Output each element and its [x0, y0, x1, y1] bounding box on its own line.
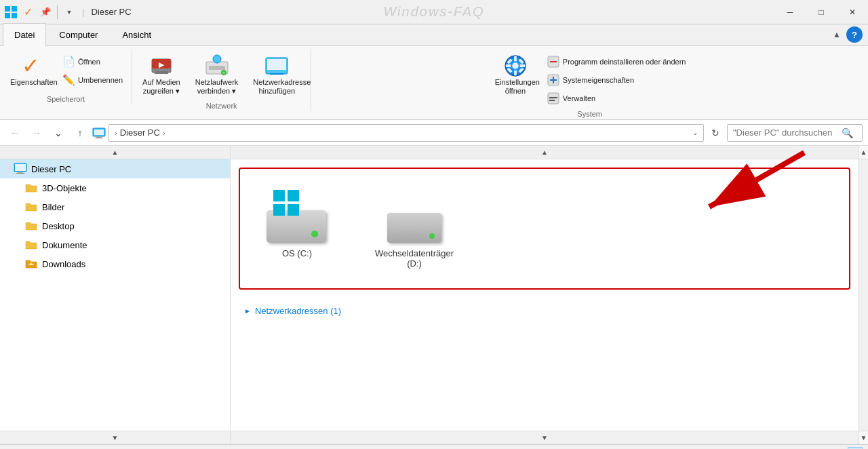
ribbon-tabs: Datei Computer Ansicht ▲ ? — [0, 24, 868, 46]
search-icon[interactable]: 🔍 — [842, 128, 853, 138]
c-drive-label: OS (C:) — [282, 248, 312, 258]
dieser-pc-label: Dieser PC — [31, 164, 71, 174]
sidebar-item-3d-objekte[interactable]: 3D-Objekte — [0, 178, 230, 197]
deinstallieren-button[interactable]: Programm deinstallieren oder ändern — [543, 53, 690, 71]
right-scroll-down[interactable]: ▼ — [859, 431, 868, 444]
address-dropdown[interactable]: ⌄ — [692, 129, 698, 136]
system-label: System — [577, 107, 602, 118]
c-drive-item[interactable]: OS (C:) — [260, 182, 334, 275]
sidebar-item-bilder[interactable]: Bilder — [0, 197, 230, 216]
svg-rect-2 — [5, 13, 10, 18]
sidebar-item-downloads[interactable]: Downloads — [0, 254, 230, 273]
qat-checkmark-btn[interactable]: ✓ — [20, 5, 35, 20]
search-input[interactable] — [733, 128, 842, 138]
folder-3d-icon — [24, 181, 38, 195]
ribbon-group-netzwerk: ▶ Auf Medienzugreifen ▾ + — [132, 49, 311, 111]
nav-bar: ← → ⌄ ↑ › Dieser PC › ⌄ ↻ 🔍 — [0, 120, 868, 146]
ribbon-collapse-btn[interactable]: ▲ — [830, 28, 844, 41]
right-scroll-up[interactable]: ▲ — [859, 146, 868, 159]
refresh-button[interactable]: ↻ — [707, 124, 724, 142]
view-buttons: ☰ ⊞ — [831, 447, 863, 450]
svg-rect-40 — [15, 164, 26, 171]
minimize-button[interactable]: ─ — [774, 0, 806, 24]
bilder-label: Bilder — [42, 202, 64, 212]
folder-bilder-icon — [24, 200, 38, 214]
sidebar-item-dieser-pc[interactable]: Dieser PC — [0, 159, 230, 178]
search-bar[interactable]: 🔍 — [727, 124, 863, 142]
address-separator-2: › — [163, 129, 165, 137]
forward-button: → — [27, 123, 46, 142]
list-view-button[interactable]: ☰ — [831, 447, 846, 450]
umbenennen-button[interactable]: ✏️ Umbenennen — [58, 71, 126, 89]
svg-point-9 — [213, 55, 221, 63]
network-header[interactable]: ► Netzwerkadressen (1) — [239, 303, 850, 319]
svg-rect-21 — [506, 64, 511, 67]
oeffnen-button[interactable]: 📄 Öffnen — [58, 53, 126, 71]
folder-downloads-icon — [24, 257, 38, 271]
speicherort-label: Speicherort — [47, 92, 85, 103]
svg-rect-42 — [16, 173, 24, 174]
sidebar-scroll-up[interactable]: ▲ — [0, 146, 230, 159]
netzwerkadresse-button[interactable]: Netzwerkadressehinzufügen — [248, 50, 305, 99]
sidebar-item-desktop[interactable]: Desktop — [0, 216, 230, 235]
svg-rect-47 — [288, 204, 299, 216]
back-button: ← — [5, 123, 24, 142]
close-button[interactable]: ✕ — [837, 0, 868, 24]
desktop-label: Desktop — [42, 221, 75, 231]
maximize-button[interactable]: □ — [806, 0, 837, 24]
folder-dokumente-icon — [24, 238, 38, 252]
ribbon-content: ✓ Eigenschaften 📄 Öffnen ✏️ Umbenennen S… — [0, 46, 868, 120]
downloads-label: Downloads — [42, 259, 85, 269]
drives-section: OS (C:) Wechseldatenträger (D:) — [239, 168, 850, 290]
main-area: ▲ Dieser PC — [0, 146, 868, 444]
ribbon-group-system: Einstellungenöffnen Programm deinstallie… — [311, 49, 868, 119]
eigenschaften-button[interactable]: ✓ Eigenschaften — [5, 50, 56, 90]
svg-rect-19 — [514, 56, 517, 62]
windows-icon — [4, 5, 18, 19]
svg-rect-37 — [96, 136, 102, 138]
3d-objekte-label: 3D-Objekte — [42, 183, 87, 193]
netzwerk-label: Netzwerk — [206, 99, 237, 110]
qat-dropdown-btn[interactable]: ▼ — [62, 5, 77, 20]
svg-rect-46 — [273, 204, 285, 216]
svg-text:+: + — [222, 70, 225, 76]
svg-rect-33 — [549, 97, 557, 98]
address-bar[interactable]: › Dieser PC › ⌄ — [108, 124, 704, 142]
svg-rect-38 — [95, 138, 103, 138]
d-drive-item[interactable]: Wechseldatenträger (D:) — [368, 182, 461, 275]
qat-pin-btn[interactable]: 📌 — [38, 5, 53, 20]
content-area: ▲ — [231, 146, 859, 444]
c-drive-icon — [267, 189, 328, 243]
tab-datei[interactable]: Datei — [3, 23, 46, 46]
medien-button[interactable]: ▶ Auf Medienzugreifen ▾ — [138, 50, 185, 99]
monitor-icon — [14, 162, 27, 176]
network-section: ► Netzwerkadressen (1) — [239, 300, 850, 321]
content-scroll-down[interactable]: ▼ — [231, 431, 859, 444]
svg-rect-41 — [18, 172, 23, 173]
tab-ansicht[interactable]: Ansicht — [111, 24, 163, 45]
svg-rect-36 — [94, 130, 104, 135]
help-button[interactable]: ? — [846, 26, 863, 43]
network-label: Netzwerkadressen (1) — [255, 306, 341, 316]
systemeigenschaften-button[interactable]: Systemeigenschaften — [543, 71, 690, 89]
qat-separator — [57, 5, 58, 19]
content-scroll-up[interactable]: ▲ — [231, 146, 859, 159]
netzlaufwerk-button[interactable]: + Netzlaufwerkverbinden ▾ — [191, 50, 243, 99]
up-button[interactable]: ↑ — [71, 123, 90, 142]
dokumente-label: Dokumente — [42, 240, 87, 250]
title-bar: ✓ 📌 ▼ | Dieser PC Windows-FAQ ─ □ ✕ — [0, 0, 868, 24]
verwalten-button[interactable]: Verwalten — [543, 90, 690, 107]
recent-button[interactable]: ⌄ — [49, 123, 68, 142]
sidebar-scroll-down[interactable]: ▼ — [0, 431, 230, 444]
address-separator-1: › — [115, 129, 117, 137]
status-bar: 10 Elemente ☰ ⊞ — [0, 444, 868, 449]
folder-desktop-icon — [24, 219, 38, 233]
svg-rect-44 — [273, 190, 285, 201]
tab-computer[interactable]: Computer — [47, 24, 109, 45]
tile-view-button[interactable]: ⊞ — [848, 447, 863, 450]
ribbon-group-speicherort: ✓ Eigenschaften 📄 Öffnen ✏️ Umbenennen S… — [0, 49, 132, 104]
einstellungen-button[interactable]: Einstellungenöffnen — [490, 50, 540, 99]
address-part-1: Dieser PC — [120, 128, 160, 138]
svg-rect-20 — [514, 71, 517, 76]
sidebar-item-dokumente[interactable]: Dokumente — [0, 235, 230, 254]
